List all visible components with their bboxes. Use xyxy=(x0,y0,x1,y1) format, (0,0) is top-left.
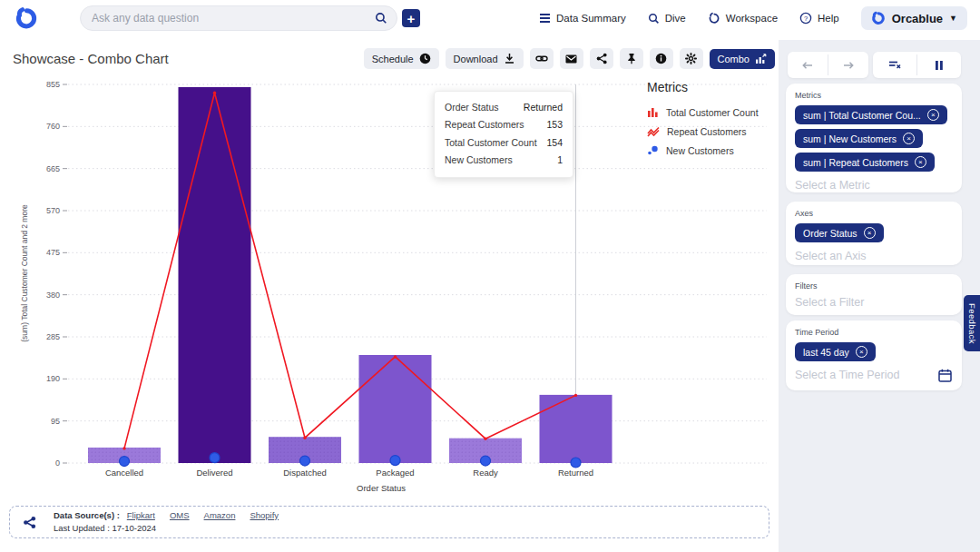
settings-button[interactable] xyxy=(680,48,703,69)
chip-sum-new-customers[interactable]: sum | New Customers× xyxy=(795,129,923,148)
legend-item-total-customer-count[interactable]: Total Customer Count xyxy=(647,106,779,118)
bar-packaged[interactable] xyxy=(359,355,432,463)
data-sources-label: Data Source(s) : xyxy=(54,510,120,520)
source-link-oms[interactable]: OMS xyxy=(170,510,190,520)
copy-link-button[interactable] xyxy=(530,48,554,69)
source-link-shopify[interactable]: Shopify xyxy=(250,510,279,520)
search-icon[interactable] xyxy=(375,12,387,25)
back-button[interactable] xyxy=(788,52,828,78)
svg-text:285: 285 xyxy=(46,332,60,341)
orcablue-logo-icon[interactable] xyxy=(15,6,38,30)
chip-sum-total-customer-cou-[interactable]: sum | Total Customer Cou...× xyxy=(795,105,947,124)
account-name: Orcablue xyxy=(892,12,943,25)
select-axis-placeholder[interactable]: Select an Axis xyxy=(795,250,953,262)
pin-button[interactable] xyxy=(620,48,643,69)
ask-question-search[interactable] xyxy=(80,5,397,31)
point-new-customers-packaged[interactable] xyxy=(390,456,400,466)
download-button[interactable]: Download xyxy=(446,48,524,69)
feedback-tab[interactable]: Feedback xyxy=(964,295,980,351)
chip-remove-icon[interactable]: × xyxy=(864,227,876,239)
time-period-card: Time Period last 45 day× Select a Time P… xyxy=(786,320,962,390)
orcablue-logo-icon xyxy=(871,11,886,25)
select-time-period-placeholder[interactable]: Select a Time Period xyxy=(795,369,953,381)
svg-text:570: 570 xyxy=(46,206,60,215)
arrow-right-icon xyxy=(842,60,855,71)
nav-workspace[interactable]: Workspace xyxy=(708,12,778,25)
point-new-customers-dispatched[interactable] xyxy=(300,456,310,466)
chart-tooltip: Order StatusReturned Repeat Customers153… xyxy=(434,91,573,178)
select-metric-placeholder[interactable]: Select a Metric xyxy=(795,179,953,192)
metrics-card: Metrics sum | Total Customer Cou...×sum … xyxy=(786,84,962,192)
workspace-icon xyxy=(708,12,720,25)
x-axis-label: Order Status xyxy=(357,483,406,493)
config-sidebar: Metrics sum | Total Customer Cou...×sum … xyxy=(779,40,980,552)
account-menu[interactable]: Orcablue ▼ xyxy=(861,6,967,30)
nav-help[interactable]: ? Help xyxy=(799,12,839,25)
schedule-button[interactable]: Schedule xyxy=(364,48,439,69)
download-icon xyxy=(504,53,515,64)
point-new-customers-returned[interactable] xyxy=(571,458,581,468)
tooltip-row: Total Customer Count154 xyxy=(445,134,563,152)
tooltip-row: Repeat Customers153 xyxy=(445,116,563,133)
pause-button[interactable] xyxy=(917,52,961,78)
add-question-button[interactable]: + xyxy=(402,9,420,27)
svg-text:380: 380 xyxy=(46,291,60,300)
line-vertex xyxy=(394,355,397,358)
chip-remove-icon[interactable]: × xyxy=(927,109,939,121)
filters-card: Filters Select a Filter xyxy=(786,274,962,315)
point-new-customers-delivered[interactable] xyxy=(210,453,220,463)
data-source-footer: Data Source(s) : FlipkartOMSAmazonShopif… xyxy=(9,506,769,538)
email-button[interactable] xyxy=(560,48,583,69)
calendar-icon[interactable] xyxy=(938,369,952,382)
x-tick-delivered: Delivered xyxy=(196,468,232,478)
schedule-label: Schedule xyxy=(372,54,414,64)
nav-dive[interactable]: Dive xyxy=(648,13,686,25)
pin-icon xyxy=(626,53,637,64)
chip-last-45-day[interactable]: last 45 day× xyxy=(795,342,876,361)
clear-filters-button[interactable] xyxy=(873,52,916,78)
x-tick-cancelled: Cancelled xyxy=(105,468,143,478)
line-vertex xyxy=(213,92,216,94)
forward-button[interactable] xyxy=(828,52,868,78)
nav-label: Workspace xyxy=(726,13,778,24)
svg-text:475: 475 xyxy=(46,248,60,257)
chip-order-status[interactable]: Order Status× xyxy=(795,223,884,242)
filter-clear-icon xyxy=(888,60,901,71)
time-period-card-label: Time Period xyxy=(795,328,953,337)
svg-text:760: 760 xyxy=(46,122,60,131)
legend-item-new-customers[interactable]: New Customers xyxy=(647,145,779,156)
chart-type-label: Combo xyxy=(718,54,750,64)
data-connections-icon[interactable] xyxy=(23,516,37,529)
legend-item-repeat-customers[interactable]: Repeat Customers xyxy=(647,126,779,137)
axes-card: Axes Order Status× Select an Axis xyxy=(786,202,962,265)
info-button[interactable] xyxy=(650,48,673,69)
download-label: Download xyxy=(454,54,498,64)
search-input[interactable] xyxy=(90,11,375,25)
nav-label: Data Summary xyxy=(556,13,626,24)
scatter-series-icon xyxy=(647,145,659,156)
bar-returned[interactable] xyxy=(540,395,612,463)
bar-series-icon xyxy=(647,106,659,118)
line-vertex xyxy=(484,437,486,439)
line-series-icon xyxy=(647,126,660,137)
chart-type-button[interactable]: Combo xyxy=(710,49,775,69)
last-updated: Last Updated : 17-10-2024 xyxy=(54,522,293,535)
tooltip-row: Order StatusReturned xyxy=(445,99,563,116)
y-axis-label: (sum) Total Customer Count and 2 more xyxy=(20,204,29,342)
chip-remove-icon[interactable]: × xyxy=(915,156,926,168)
source-link-flipkart[interactable]: Flipkart xyxy=(127,510,155,520)
chip-sum-repeat-customers[interactable]: sum | Repeat Customers× xyxy=(795,153,935,172)
point-new-customers-cancelled[interactable] xyxy=(120,457,130,467)
share-button[interactable] xyxy=(590,48,613,69)
link-icon xyxy=(535,53,548,64)
data-sources-row: Data Source(s) : FlipkartOMSAmazonShopif… xyxy=(54,509,293,522)
chip-remove-icon[interactable]: × xyxy=(903,133,915,144)
select-filter-placeholder[interactable]: Select a Filter xyxy=(795,296,953,309)
nav-data-summary[interactable]: Data Summary xyxy=(539,13,626,24)
point-new-customers-ready[interactable] xyxy=(481,456,491,466)
source-link-amazon[interactable]: Amazon xyxy=(204,510,236,520)
metrics-chips: sum | Total Customer Cou...×sum | New Cu… xyxy=(795,105,953,172)
chip-remove-icon[interactable]: × xyxy=(856,346,867,358)
help-icon: ? xyxy=(799,12,812,25)
bar-delivered[interactable] xyxy=(179,87,251,463)
